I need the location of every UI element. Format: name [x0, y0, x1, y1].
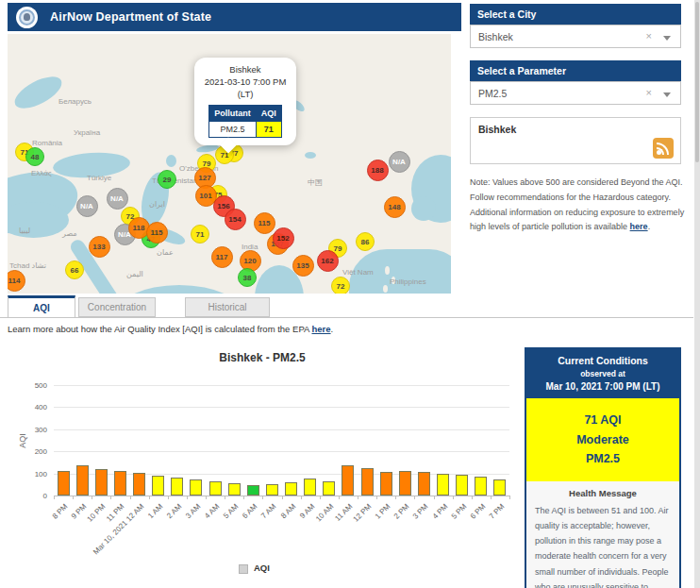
- water-baltic: [10, 70, 67, 114]
- map-marker[interactable]: 48: [25, 147, 44, 166]
- current-aqi-value: 71 AQI: [529, 411, 676, 430]
- city-select[interactable]: Bishkek ×: [470, 25, 681, 48]
- city-chevron-down-icon[interactable]: [663, 36, 671, 41]
- chart-bar[interactable]: [228, 483, 241, 496]
- chart-bar[interactable]: [361, 468, 374, 496]
- tab-aqi[interactable]: AQI: [8, 295, 75, 318]
- app-title: AirNow Department of State: [50, 10, 211, 24]
- popup-pollutant-value: PM2.5: [209, 122, 257, 138]
- legend-label[interactable]: AQI: [254, 563, 270, 573]
- map-place-label: Ελλάς: [31, 169, 52, 177]
- map-marker[interactable]: 148: [384, 196, 406, 218]
- chart-x-tick: [225, 496, 225, 499]
- chart-bar[interactable]: [209, 481, 222, 496]
- map-marker[interactable]: 135: [292, 255, 314, 277]
- map-marker[interactable]: 162: [317, 250, 339, 272]
- chart-bar[interactable]: [76, 465, 89, 496]
- chart-bar[interactable]: [247, 485, 259, 496]
- map-place-label: عمان: [157, 248, 174, 257]
- chart-x-tick: [262, 496, 263, 499]
- tabs-divider: [0, 317, 693, 318]
- lake-aral: [166, 155, 176, 167]
- chart-bar[interactable]: [58, 471, 70, 496]
- chart-bar[interactable]: [171, 478, 183, 496]
- map-place-label: مصر: [62, 229, 77, 238]
- seal-eagle-glyph: [24, 13, 30, 21]
- chart-bar[interactable]: [493, 479, 506, 496]
- chart-y-tick-label: 0: [8, 492, 47, 500]
- map-marker[interactable]: N/A: [389, 151, 410, 173]
- parameter-chevron-down-icon[interactable]: [663, 92, 671, 97]
- map-marker[interactable]: 86: [356, 232, 375, 251]
- map-marker[interactable]: 154: [225, 209, 246, 230]
- map-marker[interactable]: 188: [367, 160, 389, 181]
- map-marker[interactable]: 66: [65, 260, 84, 279]
- map-marker[interactable]: 71: [191, 225, 209, 244]
- parameter-clear-icon[interactable]: ×: [646, 87, 652, 98]
- parameter-select-value: PM2.5: [478, 88, 507, 99]
- chart-y-tick-label: 500: [8, 381, 47, 390]
- map-marker[interactable]: 115: [146, 222, 168, 244]
- chart-x-tick: [472, 496, 473, 499]
- state-department-seal-icon: [16, 7, 38, 28]
- chart-x-tick: [282, 496, 283, 499]
- island-philippines-1: [385, 266, 390, 275]
- chart-x-tick: [434, 496, 435, 499]
- chart-bar[interactable]: [285, 482, 297, 496]
- map-place-label: România: [32, 139, 62, 147]
- chart-x-tick: [110, 496, 111, 499]
- chart-bar[interactable]: [152, 476, 164, 496]
- chart-gridline: [54, 407, 509, 408]
- chart-bar[interactable]: [380, 472, 392, 496]
- map-marker[interactable]: N/A: [107, 188, 128, 210]
- chart-title: Bishkek - PM2.5: [8, 351, 517, 364]
- tab-concentration[interactable]: Concentration: [78, 297, 156, 317]
- map-place-label: ايران: [149, 200, 165, 209]
- chart-bar[interactable]: [437, 474, 449, 496]
- aqi-note: Note: Values above 500 are considered Be…: [470, 176, 685, 235]
- water-yellow-sea: [411, 196, 436, 221]
- note-text: Note: Values above 500 are considered Be…: [470, 177, 684, 231]
- map-marker[interactable]: 114: [8, 270, 25, 292]
- map-marker[interactable]: 115: [254, 212, 275, 234]
- scrollbar-thumb[interactable]: [695, 2, 699, 162]
- popup-table: Pollutant AQI PM2.5 71: [208, 105, 282, 138]
- learn-more-here-link[interactable]: here: [311, 324, 330, 334]
- chart-x-tick: [414, 496, 415, 499]
- current-conditions-title: Current Conditions: [529, 355, 676, 366]
- map-marker[interactable]: 117: [211, 246, 233, 268]
- chart-bar[interactable]: [95, 469, 108, 496]
- chart-bar[interactable]: [266, 484, 278, 496]
- chart-bar[interactable]: [418, 472, 430, 496]
- map-marker[interactable]: 133: [89, 236, 110, 258]
- app-header: AirNow Department of State: [8, 3, 461, 31]
- chart-bar[interactable]: [304, 479, 316, 496]
- chart-bar[interactable]: [323, 481, 335, 496]
- city-clear-icon[interactable]: ×: [646, 30, 652, 42]
- chart-bar[interactable]: [342, 465, 354, 496]
- chart-bar[interactable]: [456, 475, 468, 496]
- map-marker[interactable]: 29: [158, 170, 176, 189]
- learn-more-prefix: Learn more about how the Air Quality Ind…: [8, 324, 311, 334]
- note-here-link[interactable]: here: [630, 222, 648, 231]
- chart-x-tick: [395, 496, 396, 499]
- map-place-label: اليمن: [126, 270, 143, 278]
- chart-bar[interactable]: [114, 471, 126, 496]
- map-marker[interactable]: N/A: [76, 195, 98, 217]
- parameter-select[interactable]: PM2.5 ×: [470, 81, 681, 105]
- health-message-body: The AQI is between 51 and 100. Air quali…: [535, 503, 671, 588]
- tab-historical[interactable]: Historical: [185, 297, 270, 317]
- chart-bar[interactable]: [399, 471, 411, 496]
- map-marker[interactable]: 152: [273, 227, 294, 249]
- chart-bar[interactable]: [475, 477, 487, 496]
- chart-x-tick: [376, 496, 377, 499]
- health-message-title: Health Message: [535, 488, 671, 498]
- rss-icon[interactable]: [653, 138, 674, 159]
- map-marker[interactable]: 38: [238, 268, 257, 287]
- aqi-map[interactable]: 714877717929127164N/A188148N/AN/A7247N/A…: [8, 34, 451, 294]
- legend-swatch[interactable]: [239, 564, 248, 574]
- chart-bar[interactable]: [133, 473, 145, 496]
- chart-bar[interactable]: [190, 479, 202, 496]
- map-marker[interactable]: 72: [331, 277, 350, 294]
- popup-col-aqi: AQI: [256, 106, 281, 122]
